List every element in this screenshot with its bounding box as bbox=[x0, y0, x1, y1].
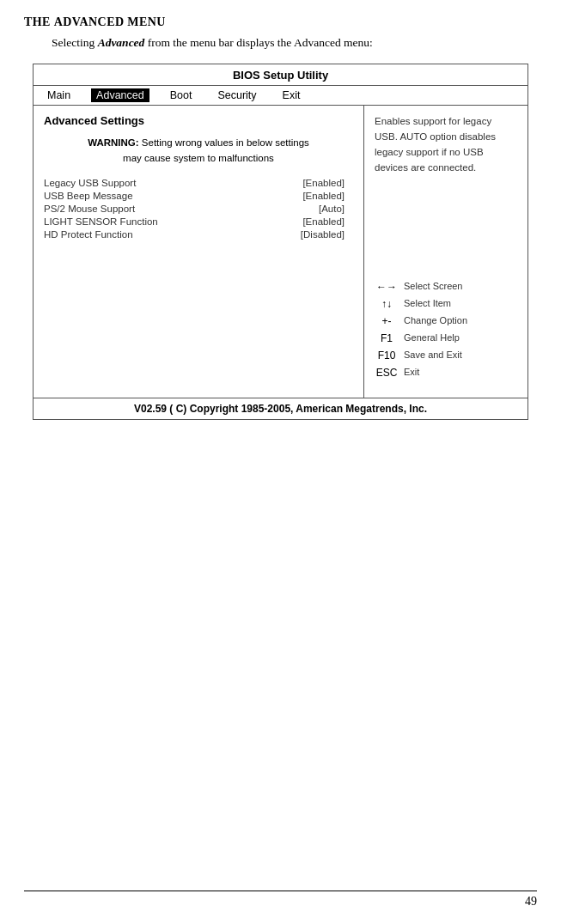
bios-body: Advanced Settings WARNING: Setting wrong… bbox=[34, 106, 527, 398]
bios-help-text: Enables support for legacy USB. AUTO opt… bbox=[375, 114, 517, 175]
bios-warning: WARNING: Setting wrong values in below s… bbox=[44, 136, 353, 166]
intro-paragraph: Selecting Advanced from the menu bar dis… bbox=[52, 34, 537, 52]
key-row-2: +- Change Option bbox=[375, 313, 517, 329]
page-content: THE ADVANCED MENU Selecting Advanced fro… bbox=[0, 0, 561, 454]
page-number: 49 bbox=[525, 895, 537, 909]
setting-row-1: USB Beep Message [Enabled] bbox=[44, 191, 353, 201]
bios-right-panel: Enables support for legacy USB. AUTO opt… bbox=[364, 106, 527, 398]
key-desc-4: Save and Exit bbox=[404, 348, 462, 362]
bios-left-panel: Advanced Settings WARNING: Setting wrong… bbox=[34, 106, 364, 398]
key-desc-0: Select Screen bbox=[404, 279, 462, 294]
setting-row-4: HD Protect Function [Disabled] bbox=[44, 229, 353, 240]
setting-value-1: [Enabled] bbox=[302, 191, 345, 201]
key-desc-5: Exit bbox=[404, 365, 419, 380]
setting-row-0: Legacy USB Support [Enabled] bbox=[44, 178, 353, 188]
key-row-4: F10 Save and Exit bbox=[375, 348, 517, 363]
bios-menu-exit[interactable]: Exit bbox=[277, 88, 306, 102]
bios-footer: V02.59 ( C) Copyright 1985-2005, America… bbox=[34, 398, 527, 419]
key-symbol-3: F1 bbox=[375, 331, 399, 346]
intro-after: from the menu bar displays the Advanced … bbox=[144, 36, 372, 49]
setting-row-3: LIGHT SENSOR Function [Enabled] bbox=[44, 216, 353, 227]
key-symbol-0: ←→ bbox=[375, 279, 399, 295]
key-row-0: ←→ Select Screen bbox=[375, 279, 517, 295]
setting-name-1: USB Beep Message bbox=[44, 191, 133, 201]
setting-value-0: [Enabled] bbox=[302, 178, 345, 188]
key-symbol-5: ESC bbox=[375, 365, 399, 380]
intro-before: Selecting bbox=[52, 36, 98, 49]
footer-line bbox=[24, 891, 537, 891]
bios-menu-advanced[interactable]: Advanced bbox=[91, 88, 149, 102]
intro-italic: Advanced bbox=[98, 36, 145, 49]
setting-value-3: [Enabled] bbox=[302, 216, 345, 227]
setting-name-2: PS/2 Mouse Support bbox=[44, 204, 135, 214]
key-desc-3: General Help bbox=[404, 331, 460, 345]
setting-value-2: [Auto] bbox=[319, 204, 345, 214]
key-symbol-2: +- bbox=[375, 313, 399, 329]
bios-settings-title: Advanced Settings bbox=[44, 114, 353, 127]
key-symbol-4: F10 bbox=[375, 348, 399, 363]
key-symbol-1: ↑↓ bbox=[375, 296, 399, 312]
bios-warning-text: Setting wrong values in below settingsma… bbox=[123, 137, 309, 162]
key-row-5: ESC Exit bbox=[375, 365, 517, 380]
bios-warning-label: WARNING: bbox=[88, 137, 138, 148]
setting-name-0: Legacy USB Support bbox=[44, 178, 136, 188]
bios-menu-bar: Main Advanced Boot Security Exit bbox=[34, 86, 527, 106]
bios-menu-security[interactable]: Security bbox=[212, 88, 261, 102]
bios-menu-boot[interactable]: Boot bbox=[165, 88, 198, 102]
key-desc-2: Change Option bbox=[404, 313, 467, 328]
bios-menu-main[interactable]: Main bbox=[42, 88, 76, 102]
bios-title-bar: BIOS Setup Utility bbox=[34, 64, 527, 86]
setting-value-4: [Disabled] bbox=[301, 229, 345, 240]
bios-title: BIOS Setup Utility bbox=[233, 69, 328, 82]
bios-screen: BIOS Setup Utility Main Advanced Boot Se… bbox=[33, 64, 528, 420]
key-row-3: F1 General Help bbox=[375, 331, 517, 346]
key-desc-1: Select Item bbox=[404, 296, 451, 311]
setting-name-3: LIGHT SENSOR Function bbox=[44, 216, 158, 227]
section-heading: THE ADVANCED MENU bbox=[24, 15, 537, 29]
setting-name-4: HD Protect Function bbox=[44, 229, 133, 240]
setting-row-2: PS/2 Mouse Support [Auto] bbox=[44, 204, 353, 214]
bios-footer-text: V02.59 ( C) Copyright 1985-2005, America… bbox=[134, 403, 427, 415]
key-row-1: ↑↓ Select Item bbox=[375, 296, 517, 312]
bios-keys-section: ←→ Select Screen ↑↓ Select Item +- Chang… bbox=[375, 176, 517, 380]
